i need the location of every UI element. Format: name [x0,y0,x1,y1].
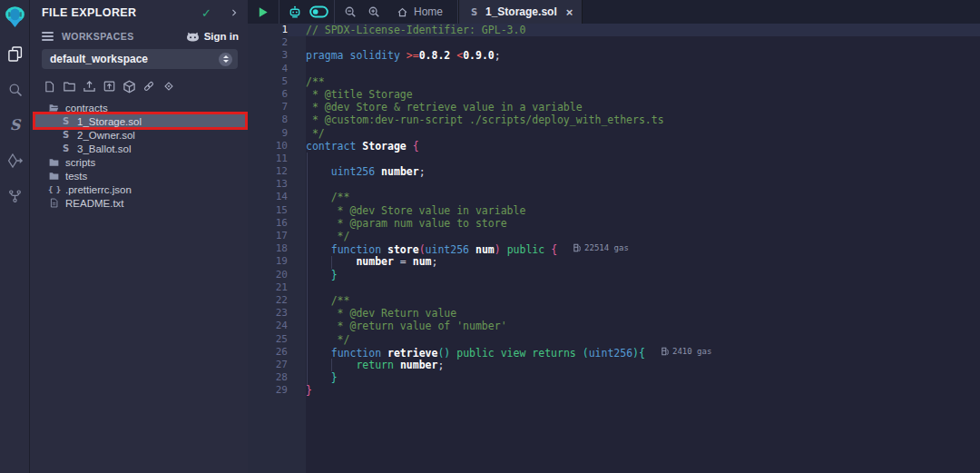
chevron-right-icon[interactable] [230,8,239,17]
line-number: 4 [248,63,288,75]
code-editor[interactable]: 1234567891011121314151617181920212223242… [248,24,980,473]
tree-item-2_Owner.sol[interactable]: S2_Owner.sol [30,128,248,142]
line-number: 22 [248,294,288,307]
tree-item-label: scripts [65,157,95,168]
code-line[interactable]: } [288,371,980,384]
home-tab[interactable]: Home [386,5,454,18]
code-line[interactable]: * @return value of 'number' [288,320,980,332]
code-line[interactable]: } [288,269,980,281]
tree-item-label: contracts [65,103,108,113]
remix-logo-icon[interactable] [0,2,30,31]
tree-item-.prettierrc.json[interactable]: { }.prettierrc.json [30,182,248,196]
new-folder-icon[interactable] [62,79,76,94]
tree-item-tests[interactable]: tests [30,169,248,182]
code-line[interactable]: * @title Storage [288,88,980,101]
line-number: 2 [248,36,288,49]
code-line[interactable] [288,281,980,294]
code-line[interactable]: // SPDX-License-Identifier: GPL-3.0 [288,24,980,36]
code-line[interactable]: } [288,384,980,397]
code-line[interactable] [288,178,980,191]
rail-item-file-explorer[interactable] [0,36,30,72]
tree-item-scripts[interactable]: scripts [30,155,248,169]
code-line[interactable]: */ [288,230,980,242]
file-tree: contractsS1_Storage.solS2_Owner.solS3_Ba… [30,101,248,210]
rail-item-solidity-compiler[interactable]: S [0,107,30,143]
workspace-select[interactable]: default_workspace [42,49,238,69]
code-line[interactable]: pragma solidity >=0.8.2 <0.9.0; [288,49,980,62]
line-number: 5 [248,75,288,88]
code-line[interactable]: number = num; [288,255,980,268]
panel-title: FILE EXPLORER [42,6,201,19]
tree-item-README.txt[interactable]: README.txt [30,196,248,210]
sign-in-button[interactable]: Sign in [186,31,239,42]
code-line[interactable]: return number; [288,359,980,371]
code-line[interactable]: function retrieve() public view returns … [288,346,980,359]
file-explorer-toolbar [42,79,176,94]
code-line[interactable]: * @dev Store & retrieve value in a varia… [288,101,980,113]
code-line[interactable]: * @dev Return value [288,307,980,320]
upload-folder-icon[interactable] [102,79,116,94]
gas-pump-icon [573,243,581,252]
main-area: Home S1_Storage.sol× 1234567891011121314… [248,0,980,473]
code-line[interactable]: contract Storage { [288,140,980,153]
code-line[interactable] [288,36,980,49]
close-tab-icon[interactable]: × [566,5,573,19]
code-line[interactable]: /** [288,75,980,88]
tree-item-label: README.txt [65,198,124,209]
code-line[interactable]: /** [288,191,980,203]
code-line[interactable]: */ [288,333,980,346]
line-number: 26 [248,346,288,359]
import-ipfs-icon[interactable] [122,79,136,94]
code-line[interactable]: function store(uint256 num) public {2251… [288,242,980,255]
toggle-switch-button[interactable] [307,0,330,24]
line-number: 7 [248,101,288,113]
line-number: 9 [248,127,288,140]
file-explorer-panel: FILE EXPLORER ✓ WORKSPACES Sign in defau… [30,0,248,473]
panel-header: FILE EXPLORER ✓ [42,5,239,21]
rail-item-git[interactable] [0,178,30,213]
solidity-compiler-icon: S [10,118,21,133]
workspaces-menu-icon[interactable] [42,30,54,43]
tree-item-3_Ballot.sol[interactable]: S3_Ballot.sol [30,142,248,155]
line-number: 27 [248,359,288,371]
publish-gist-icon[interactable] [162,79,176,94]
gas-pump-icon [662,347,669,356]
new-file-icon[interactable] [42,79,56,94]
import-url-icon[interactable] [142,79,156,94]
line-number: 24 [248,320,288,332]
zoom-out-button[interactable] [338,0,362,24]
tab-1_Storage.sol[interactable]: S1_Storage.sol× [458,0,583,24]
line-number: 15 [248,204,288,217]
code-line[interactable] [288,153,980,165]
code-line[interactable]: /** [288,294,980,307]
code-line[interactable]: * @param num value to store [288,217,980,230]
tree-item-contracts[interactable]: contracts [30,101,248,114]
check-icon: ✓ [201,6,211,20]
home-icon [397,6,408,18]
rail-item-deploy-run[interactable] [0,143,30,178]
solidity-icon: S [468,7,480,17]
zoom-in-button[interactable] [362,0,386,24]
line-number: 28 [248,371,288,384]
upload-file-icon[interactable] [82,79,96,94]
workspaces-row: WORKSPACES Sign in [42,28,239,44]
json-icon: { } [48,183,60,195]
run-script-button[interactable] [251,0,275,24]
ai-assistant-button[interactable] [283,0,307,24]
code-line[interactable]: * @dev Store value in variable [288,204,980,217]
code-line[interactable]: * @custom:dev-run-script ./scripts/deplo… [288,113,980,126]
line-number: 20 [248,269,288,281]
folder-open-icon [48,102,60,113]
rail-item-search[interactable] [0,72,30,107]
tree-item-1_Storage.sol[interactable]: S1_Storage.sol [34,114,247,128]
remix-ide-window: S FILE EXPLORER ✓ WORKSPACES Sign in [0,0,980,473]
tree-item-label: 1_Storage.sol [77,116,142,127]
folder-icon [48,156,60,168]
code-line[interactable] [288,63,980,75]
line-number: 16 [248,217,288,230]
line-number: 13 [248,178,288,191]
code-line[interactable]: uint256 number; [288,165,980,178]
code-line[interactable]: */ [288,127,980,140]
file-icon [48,197,60,209]
home-tab-label: Home [414,5,443,18]
